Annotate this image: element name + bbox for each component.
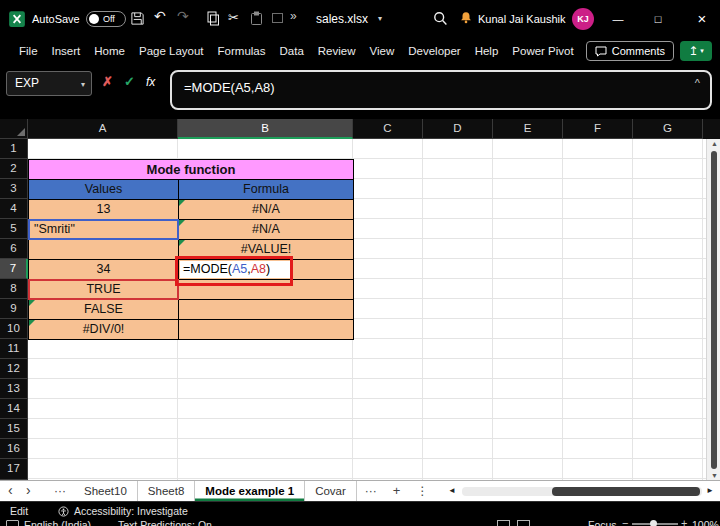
name-box[interactable]: EXP ▾ <box>6 71 92 96</box>
share-button[interactable]: ↥ ▾ <box>680 41 712 61</box>
scroll-down-icon[interactable]: ▼ <box>711 472 718 479</box>
cell-a6[interactable] <box>28 239 179 260</box>
tab-scroll-left-icon[interactable]: ‹ <box>8 482 13 498</box>
copy-button[interactable] <box>206 11 220 26</box>
insert-function-icon[interactable]: fx <box>146 75 155 89</box>
paste-button[interactable] <box>250 11 263 26</box>
accessibility-status[interactable]: Accessibility: Investigate <box>74 505 188 517</box>
cell-a8[interactable]: TRUE <box>28 279 179 300</box>
enter-check-icon[interactable]: ✓ <box>124 74 135 89</box>
close-button[interactable]: × <box>684 0 720 38</box>
sheet-tab-sheet10[interactable]: Sheet10 <box>74 481 138 501</box>
cell-a10[interactable]: #DIV/0! <box>28 319 179 340</box>
normal-view-icon[interactable] <box>497 520 510 526</box>
cell-edit-overlay[interactable]: =MODE(A5,A8) <box>180 261 291 278</box>
redo-button[interactable]: ↷ <box>177 8 189 24</box>
hidden-sheets-left-icon[interactable]: ··· <box>46 481 74 501</box>
cancel-icon[interactable]: ✗ <box>102 74 113 89</box>
row-header-10[interactable]: 10 <box>0 319 28 339</box>
row-header-14[interactable]: 14 <box>0 399 28 419</box>
add-sheet-button[interactable]: + <box>385 481 409 501</box>
row-header-16[interactable]: 16 <box>0 439 28 459</box>
autosave-toggle[interactable]: Off <box>86 11 126 27</box>
scroll-up-icon[interactable]: ▲ <box>711 140 718 147</box>
row-header-9[interactable]: 9 <box>0 299 28 319</box>
language-status[interactable]: English (India) <box>24 519 91 526</box>
title-dropdown-icon[interactable]: ▾ <box>378 14 382 23</box>
column-header-g[interactable]: G <box>633 119 703 139</box>
undo-button[interactable]: ↶ <box>154 8 166 24</box>
menu-item-file[interactable]: File <box>12 45 45 57</box>
text-predictions-status[interactable]: Text Predictions: On <box>118 519 212 526</box>
sheet-tab-covar[interactable]: Covar <box>305 481 357 501</box>
cell-a9[interactable]: FALSE <box>28 299 179 320</box>
column-header-a[interactable]: A <box>28 119 178 139</box>
document-title[interactable]: sales.xlsx <box>316 12 368 26</box>
hidden-sheets-right-icon[interactable]: ··· <box>357 481 385 501</box>
row-header-12[interactable]: 12 <box>0 359 28 379</box>
column-header-b[interactable]: B <box>178 119 353 139</box>
column-header-d[interactable]: D <box>423 119 493 139</box>
cell-b6[interactable]: #VALUE! <box>178 239 354 260</box>
row-header-7[interactable]: 7 <box>0 259 28 279</box>
tab-scroll-right-icon[interactable]: › <box>26 482 31 498</box>
comments-button[interactable]: Comments <box>586 41 674 61</box>
zoom-level[interactable]: 100% <box>692 519 719 526</box>
row-header-15[interactable]: 15 <box>0 419 28 439</box>
cell-b8[interactable] <box>178 279 354 300</box>
zoom-slider-knob[interactable] <box>650 520 657 526</box>
notification-bell-icon[interactable] <box>459 10 473 25</box>
row-header-13[interactable]: 13 <box>0 379 28 399</box>
column-header-f[interactable]: F <box>563 119 633 139</box>
cut-button[interactable]: ✂ <box>228 10 239 25</box>
expand-formula-bar-icon[interactable]: ^ <box>695 77 700 89</box>
menu-item-developer[interactable]: Developer <box>401 45 467 57</box>
focus-button[interactable]: Focus <box>588 519 617 526</box>
cell-a2-title[interactable]: Mode function <box>28 159 354 180</box>
save-button[interactable] <box>130 11 145 26</box>
cell-a5[interactable]: "Smriti" <box>28 219 179 240</box>
cell-a3[interactable]: Values <box>28 179 179 200</box>
cell-b4[interactable]: #N/A <box>178 199 354 220</box>
cell-b10[interactable] <box>178 319 354 340</box>
hscroll-left-icon[interactable]: ◄ <box>448 486 456 495</box>
menu-item-data[interactable]: Data <box>273 45 311 57</box>
row-header-17[interactable]: 17 <box>0 459 28 480</box>
sheet-tab-mode-example-1[interactable]: Mode example 1 <box>195 481 305 501</box>
row-header-4[interactable]: 4 <box>0 199 28 219</box>
row-header-1[interactable]: 1 <box>0 139 28 159</box>
horizontal-scroll-thumb[interactable] <box>552 487 700 496</box>
tab-options-kebab-icon[interactable]: ⋮ <box>408 481 436 501</box>
row-header-5[interactable]: 5 <box>0 219 28 239</box>
menu-item-review[interactable]: Review <box>311 45 363 57</box>
zoom-out-icon[interactable]: − <box>622 517 628 526</box>
user-name[interactable]: Kunal Jai Kaushik <box>478 13 565 25</box>
menu-item-page-layout[interactable]: Page Layout <box>132 45 211 57</box>
menu-item-insert[interactable]: Insert <box>45 45 88 57</box>
menu-item-formulas[interactable]: Formulas <box>211 45 273 57</box>
column-header-e[interactable]: E <box>493 119 563 139</box>
row-header-11[interactable]: 11 <box>0 339 28 359</box>
cell-b5[interactable]: #N/A <box>178 219 354 240</box>
cell-b3[interactable]: Formula <box>178 179 354 200</box>
vertical-scroll-thumb[interactable] <box>711 151 717 469</box>
maximize-button[interactable]: □ <box>640 0 676 38</box>
search-button[interactable] <box>433 11 448 26</box>
menu-item-view[interactable]: View <box>363 45 402 57</box>
cell-a7[interactable]: 34 <box>28 259 179 280</box>
name-box-dropdown-icon[interactable]: ▾ <box>81 73 85 96</box>
row-header-8[interactable]: 8 <box>0 279 28 299</box>
avatar[interactable]: KJ <box>572 8 594 30</box>
toolbar-overflow-icon[interactable]: » <box>290 9 297 23</box>
format-painter-button[interactable] <box>272 13 283 23</box>
cell-a4[interactable]: 13 <box>28 199 179 220</box>
row-header-6[interactable]: 6 <box>0 239 28 259</box>
row-header-3[interactable]: 3 <box>0 179 28 199</box>
minimize-button[interactable]: — <box>600 0 636 38</box>
menu-item-power-pivot[interactable]: Power Pivot <box>505 45 580 57</box>
menu-item-home[interactable]: Home <box>87 45 132 57</box>
zoom-in-icon[interactable]: + <box>681 517 687 526</box>
sheet-tab-sheet8[interactable]: Sheet8 <box>138 481 195 501</box>
column-header-c[interactable]: C <box>353 119 423 139</box>
menu-item-help[interactable]: Help <box>468 45 506 57</box>
